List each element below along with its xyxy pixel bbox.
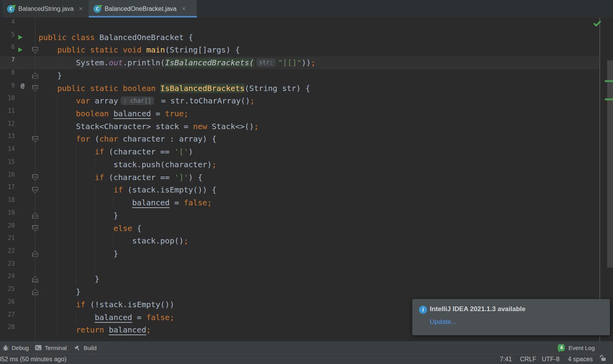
run-badge-icon — [12, 3, 17, 8]
code-line[interactable]: } — [39, 247, 118, 260]
update-link[interactable]: Update... — [430, 318, 457, 326]
code-line[interactable]: } — [39, 69, 62, 82]
code-line[interactable]: public static boolean IsBalancedBrackets… — [39, 82, 310, 95]
hammer-icon — [74, 345, 81, 351]
line-number[interactable]: 10 — [0, 94, 15, 107]
code-line[interactable]: stack.pop(); — [39, 234, 188, 247]
code-line[interactable]: else { — [39, 222, 142, 235]
error-stripe-mark[interactable] — [605, 98, 613, 100]
tab-balancedstring[interactable]: C BalancedString.java ✕ — [2, 0, 89, 18]
run-class-icon[interactable] — [18, 35, 23, 40]
line-number[interactable]: 15 — [0, 158, 15, 171]
code-line[interactable]: balanced = false; — [39, 196, 212, 209]
code-line[interactable]: stack.push(character); — [39, 158, 217, 171]
fold-collapse-icon[interactable]: − — [32, 225, 38, 231]
code-token: ; — [146, 325, 151, 334]
code-token: Stack<Character> stack = — [39, 122, 193, 131]
fold-minus-glyph: − — [32, 173, 38, 180]
fold-collapse-icon[interactable]: − — [32, 187, 38, 193]
line-number[interactable]: 11 — [0, 107, 15, 120]
fold-end-icon[interactable]: − — [32, 250, 38, 257]
caret-position[interactable]: 7:41 — [500, 355, 512, 364]
fold-end-icon[interactable]: − — [32, 212, 38, 219]
fold-end-icon[interactable]: − — [32, 72, 38, 79]
code-token: = str.toCharArray() — [156, 96, 250, 105]
code-line[interactable]: if (!stack.isEmpty()) — [39, 298, 174, 311]
fold-collapse-icon[interactable]: − — [32, 47, 38, 53]
line-number[interactable]: 5 — [0, 31, 15, 44]
close-icon[interactable]: ✕ — [182, 6, 186, 12]
line-number[interactable]: 23 — [0, 260, 15, 273]
class-letter: C — [9, 6, 12, 12]
code-token: public static void — [39, 45, 146, 54]
line-number[interactable]: 18 — [0, 196, 15, 209]
code-token: stack.push(character) — [39, 160, 212, 169]
line-number[interactable]: 6 — [0, 44, 15, 56]
fold-collapse-icon[interactable]: − — [32, 85, 38, 91]
line-number[interactable]: 12 — [0, 120, 15, 133]
code-line[interactable]: if (character == '[') — [39, 145, 193, 158]
fold-minus-glyph: − — [32, 84, 38, 91]
code-line[interactable]: System.out.println(IsBalancedBrackets(st… — [39, 56, 315, 69]
fold-minus-glyph: − — [32, 277, 38, 282]
terminal-toolwindow-button[interactable]: Terminal — [35, 341, 67, 354]
fold-collapse-icon[interactable]: − — [32, 136, 38, 142]
line-number[interactable]: 17 — [0, 184, 15, 196]
code-token: false; — [184, 198, 212, 207]
line-number[interactable]: 21 — [0, 234, 15, 247]
file-encoding[interactable]: UTF-8 — [542, 355, 559, 364]
line-separator[interactable]: CRLF — [520, 355, 536, 364]
run-class-icon[interactable] — [18, 47, 23, 52]
tab-balancedonebracket[interactable]: C BalancedOneBracket.java ✕ — [89, 0, 197, 18]
fold-end-icon[interactable]: − — [32, 276, 38, 282]
code-line[interactable]: for (char character : array) { — [39, 133, 217, 145]
inspections-ok-icon[interactable] — [593, 19, 602, 30]
line-number[interactable]: 25 — [0, 285, 15, 298]
code-token: } — [39, 71, 62, 80]
code-line[interactable]: } — [39, 273, 100, 285]
annotation-gutter-icon[interactable]: @ — [18, 82, 27, 95]
error-stripe-mark[interactable] — [605, 80, 613, 82]
code-token: (String[]args) { — [165, 45, 240, 54]
code-line[interactable]: var array: char[] = str.toCharArray(); — [39, 94, 255, 107]
indent-setting[interactable]: 4 spaces — [568, 355, 593, 364]
code-token: else — [114, 224, 132, 233]
code-line[interactable]: if (stack.isEmpty()) { — [39, 184, 217, 196]
fold-collapse-icon[interactable]: − — [32, 174, 38, 180]
code-token: if — [39, 173, 104, 182]
code-line[interactable]: balanced = false; — [39, 311, 174, 324]
line-number[interactable]: 27 — [0, 311, 15, 324]
fold-end-icon[interactable]: − — [32, 289, 38, 295]
code-line[interactable]: return balanced; — [39, 324, 151, 336]
line-number[interactable]: 26 — [0, 298, 15, 311]
scrollbar-thumb[interactable] — [607, 60, 613, 268]
line-number[interactable]: 28 — [0, 324, 15, 336]
line-number[interactable]: 8 — [0, 69, 15, 82]
line-number[interactable]: 7 — [0, 56, 15, 69]
code-line[interactable]: } — [39, 209, 118, 222]
code-editor[interactable]: 45public class BalancedOneBracket {6− pu… — [0, 18, 613, 341]
code-token — [39, 198, 132, 207]
code-line[interactable]: } — [39, 285, 81, 298]
line-number[interactable]: 22 — [0, 247, 15, 260]
debug-toolwindow-button[interactable]: Debug — [3, 341, 29, 354]
line-number[interactable]: 20 — [0, 222, 15, 235]
line-number[interactable]: 14 — [0, 145, 15, 158]
lock-icon[interactable] — [599, 355, 606, 364]
line-number[interactable]: 19 — [0, 209, 15, 222]
code-line[interactable]: public class BalancedOneBracket { — [39, 31, 193, 44]
code-line[interactable]: public static void main(String[]args) { — [39, 44, 240, 56]
event-log-label: Event Log — [568, 345, 595, 351]
line-number[interactable]: 4 — [0, 18, 15, 31]
line-number[interactable]: 24 — [0, 273, 15, 285]
code-line[interactable]: if (character == ']') { — [39, 171, 202, 184]
line-number[interactable]: 13 — [0, 133, 15, 145]
code-token: )) — [301, 58, 311, 67]
line-number[interactable]: 16 — [0, 171, 15, 184]
close-icon[interactable]: ✕ — [79, 6, 83, 12]
code-line[interactable]: Stack<Character> stack = new Stack<>(); — [39, 120, 259, 133]
event-log-button[interactable]: 4 Event Log — [558, 341, 595, 354]
line-number[interactable]: 9 — [0, 82, 15, 95]
build-toolwindow-button[interactable]: Build — [74, 341, 96, 354]
code-line[interactable]: boolean balanced = true; — [39, 107, 188, 120]
